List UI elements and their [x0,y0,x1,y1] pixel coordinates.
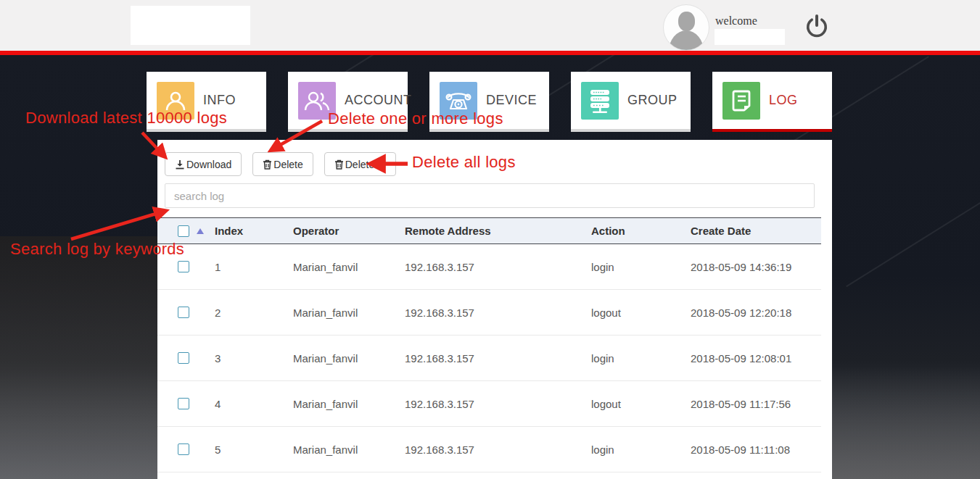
logout-power-button[interactable] [804,13,830,41]
cell-operator: Marian_fanvil [293,290,358,336]
tab-info-label: INFO [203,93,236,108]
table-row: 3 Marian_fanvil 192.168.3.157 login 2018… [157,336,821,381]
background-floor-right [832,367,980,479]
log-toolbar: Download Delete DeleteAll [165,152,396,176]
cell-index: 3 [215,336,221,381]
background-room-left [0,236,161,479]
log-content-panel: Download Delete DeleteAll Index Op [157,140,832,479]
annotation-delete-all: Delete all logs [412,153,516,172]
column-header-action[interactable]: Action [591,218,625,243]
cell-operator: Marian_fanvil [293,427,358,472]
background-light-streak [846,201,980,287]
tab-log[interactable]: LOG [712,72,832,132]
row-checkbox[interactable] [178,398,189,409]
delete-all-button[interactable]: DeleteAll [324,152,396,176]
cell-create-date: 2018-05-09 14:36:19 [691,244,791,290]
cell-create-date: 2018-05-09 12:08:01 [691,336,791,381]
row-checkbox[interactable] [178,307,189,318]
tab-log-label: LOG [769,93,798,108]
logo-placeholder [131,6,250,45]
download-icon [175,159,185,170]
sort-ascending-icon[interactable] [197,228,204,234]
cell-action: login [591,336,614,381]
column-header-remote-address[interactable]: Remote Address [405,218,491,243]
cell-action: login [591,244,614,290]
cell-operator: Marian_fanvil [293,244,358,290]
column-header-create-date[interactable]: Create Date [691,218,751,243]
delete-all-button-label: DeleteAll [345,159,386,170]
cell-index: 5 [215,427,221,472]
cell-remote-address: 192.168.3.157 [405,290,474,336]
cell-create-date: 2018-05-09 11:11:08 [691,427,790,472]
trash-icon [334,159,344,170]
table-row: 1 Marian_fanvil 192.168.3.157 login 2018… [157,244,821,290]
cell-remote-address: 192.168.3.157 [405,427,474,472]
user-silhouette-icon [678,12,695,31]
cell-index: 2 [215,290,221,336]
row-checkbox[interactable] [178,352,189,364]
top-header-bar: welcome [0,0,980,51]
column-header-operator[interactable]: Operator [293,218,339,243]
cell-remote-address: 192.168.3.157 [405,336,474,381]
cell-index: 1 [215,244,221,290]
download-button-label: Download [186,159,231,170]
cell-action: login [591,427,614,472]
tab-group-label: GROUP [627,93,678,108]
trash-icon [263,159,272,170]
cell-remote-address: 192.168.3.157 [405,381,474,427]
power-icon [804,13,830,41]
download-button[interactable]: Download [165,152,242,176]
document-icon [722,82,760,120]
column-header-index[interactable]: Index [215,218,243,243]
cell-operator: Marian_fanvil [293,381,358,427]
tab-group[interactable]: GROUP [571,72,691,132]
cell-index: 4 [215,381,221,427]
server-icon [581,82,619,120]
red-divider-line [0,51,980,55]
cell-create-date: 2018-05-09 12:20:18 [691,290,791,336]
table-row: 4 Marian_fanvil 192.168.3.157 logout 201… [157,381,821,427]
cell-action: logout [591,290,621,336]
tab-account-label: ACCOUNT [345,93,412,108]
cell-action: logout [591,381,621,427]
avatar[interactable] [663,4,709,51]
username-redacted [715,29,785,45]
user-silhouette-icon [669,30,704,51]
annotation-search: Search log by keywords [10,240,184,259]
table-row: 5 Marian_fanvil 192.168.3.157 login 2018… [157,427,821,472]
welcome-label: welcome [715,14,757,28]
cell-operator: Marian_fanvil [293,336,358,381]
delete-button[interactable]: Delete [252,152,313,176]
row-checkbox[interactable] [178,261,189,272]
select-all-checkbox[interactable] [178,225,189,237]
annotation-delete: Delete one or more logs [328,109,503,128]
cell-create-date: 2018-05-09 11:17:56 [691,381,791,427]
tab-device-label: DEVICE [486,93,537,108]
table-header-row: Index Operator Remote Address Action Cre… [157,217,821,244]
cell-remote-address: 192.168.3.157 [405,244,474,290]
table-row: 2 Marian_fanvil 192.168.3.157 logout 201… [157,290,821,336]
search-input[interactable] [165,183,815,208]
annotation-download: Download latest 10000 logs [25,109,227,128]
row-checkbox[interactable] [178,443,189,455]
delete-button-label: Delete [273,159,302,170]
